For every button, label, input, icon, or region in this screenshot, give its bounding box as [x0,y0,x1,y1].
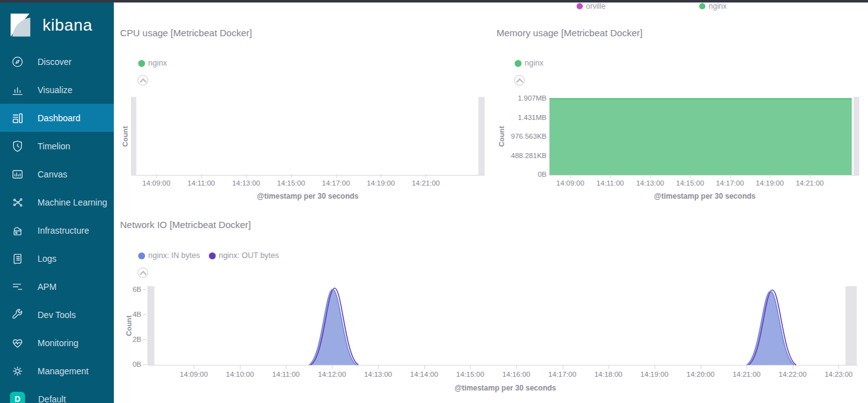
canvas-icon [11,167,24,181]
memory-plot-area[interactable] [549,97,859,176]
x-tick-label: 14:14:00 [410,371,438,378]
sidebar-item-label: Visualize [38,85,73,95]
memory-area-series [550,98,852,175]
x-tick-label: 14:23:00 [825,371,853,378]
cpu-plot-area[interactable] [131,97,485,176]
x-tick-label: 14:11:00 [188,179,215,187]
legend-item[interactable]: nginx: OUT bytes [209,251,279,260]
legend-item[interactable]: orville [577,2,605,11]
dashboard-main: orvillenginx CPU usage [Metricbeat Docke… [114,0,868,403]
sidebar-item-canvas[interactable]: Canvas [0,160,114,188]
logs-icon [11,252,24,266]
sidebar-item-label: Infrastructure [38,226,89,236]
sidebar-item-label: Dashboard [38,113,81,123]
sidebar-item-label: Discover [38,57,71,67]
sidebar-item-label: Monitoring [38,338,78,348]
kibana-logo[interactable]: kibana [0,2,114,47]
shield-icon [11,139,24,153]
network-plot-area[interactable] [148,286,858,366]
panel-title[interactable]: Memory usage [Metricbeat Docker] [497,27,642,38]
y-tick-label: 1.907MB [518,94,547,102]
sidebar-item-label: Dev Tools [38,310,76,320]
x-axis-title: @timestamp per 30 seconds [257,192,358,201]
x-axis-title: @timestamp per 30 seconds [654,192,755,201]
x-tick-label: 14:21:00 [732,371,760,378]
sidebar-item-default[interactable]: DDefault [0,385,114,403]
chevron-up-icon [516,78,523,85]
cut-off-panel-legend: orvillenginx [577,2,727,11]
x-axis-title: @timestamp per 30 seconds [455,384,556,392]
sidebar-item-label: Logs [38,254,56,264]
x-tick-label: 14:17:00 [716,179,744,187]
sidebar-item-label: APM [38,282,56,292]
partial-bucket-endzone-right [478,97,485,175]
wrench-icon [11,308,24,322]
sidebar-item-dashboard[interactable]: Dashboard [0,104,114,132]
chart-legend: nginx [138,59,167,67]
legend-color-dot [138,60,145,67]
sidebar-item-timelion[interactable]: Timelion [0,132,114,160]
legend-item[interactable]: nginx [515,59,543,67]
x-tick-label: 14:15:00 [676,179,704,187]
x-tick-label: 14:10:00 [226,371,254,378]
legend-color-dot [209,252,216,259]
legend-item[interactable]: nginx: IN bytes [138,251,200,260]
chart-legend: nginx: IN bytesnginx: OUT bytes [138,251,279,260]
sidebar-item-monitoring[interactable]: Monitoring [0,329,114,357]
infrastructure-icon [11,224,24,237]
panel-title[interactable]: Network IO [Metricbeat Docker] [120,219,251,230]
panel-title[interactable]: CPU usage [Metricbeat Docker] [120,27,252,38]
sidebar-item-logs[interactable]: Logs [0,244,114,272]
sidebar-item-infrastructure[interactable]: Infrastructure [0,216,114,244]
sidebar-item-dev-tools[interactable]: Dev Tools [0,301,114,329]
legend-collapse-button[interactable] [514,75,525,86]
dashboard-icon [11,111,24,125]
panel-network-io: Network IO [Metricbeat Docker] nginx: IN… [120,219,868,403]
kibana-logo-icon [8,12,34,38]
x-tick-label: 14:09:00 [180,371,208,378]
legend-item[interactable]: nginx [699,2,727,11]
legend-collapse-button[interactable] [138,75,148,86]
ml-dots-icon [11,196,24,209]
x-tick-label: 14:22:00 [779,371,807,378]
x-tick-label: 14:17:00 [322,179,350,187]
legend-item[interactable]: nginx [138,59,167,67]
legend-collapse-button[interactable] [138,267,148,278]
y-tick-label: 1.431MB [518,114,547,121]
sidebar-item-label: Machine Learning [38,197,107,207]
legend-color-dot [699,3,705,9]
sidebar-item-label: Timelion [38,141,70,151]
y-tick-label: 976.563KB [511,132,547,140]
y-axis-label: Count [121,97,129,176]
y-tick-label: 0B [538,171,547,178]
legend-label: orville [586,2,605,11]
sidebar-item-label: Canvas [38,169,67,179]
sidebar-item-management[interactable]: Management [0,357,114,385]
y-tick-label: 2B [133,336,141,343]
x-tick-label: 14:21:00 [795,179,824,187]
x-tick-label: 14:19:00 [367,179,395,187]
sidebar-item-visualize[interactable]: Visualize [0,76,114,104]
legend-color-dot [138,252,145,259]
sidebar-item-apm[interactable]: APM [0,272,114,301]
sidebar-item-machine-learning[interactable]: Machine Learning [0,188,114,216]
y-axis-label: Count [125,286,133,366]
x-tick-label: 14:13:00 [364,371,392,378]
sidebar-item-discover[interactable]: Discover [0,47,114,76]
x-tick-label: 14:09:00 [557,179,585,187]
chevron-up-icon [139,78,146,85]
kibana-logo-text: kibana [43,16,93,35]
x-tick-label: 14:11:00 [272,371,300,378]
y-tick-label: 488.281KB [511,152,547,159]
legend-label: nginx [709,2,727,11]
y-tick-label: 0B [133,361,141,368]
network-io-series [148,286,859,366]
partial-bucket-endzone-left [132,97,136,175]
sidebar-item-label: Management [38,366,89,376]
x-tick-label: 14:16:00 [502,371,530,378]
x-tick-label: 14:15:00 [457,371,485,378]
legend-label: nginx [148,59,167,67]
heartbeat-icon [11,336,24,350]
x-tick-label: 14:09:00 [143,179,171,187]
kibana-dashboard-screen: kibana DiscoverVisualizeDashboardTimelio… [0,0,868,403]
